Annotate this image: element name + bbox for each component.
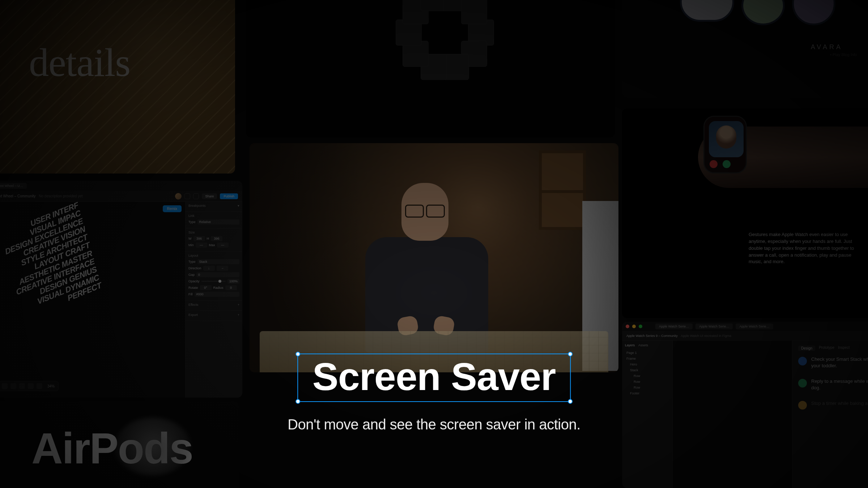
panel-rotate-label: Rotate (188, 286, 198, 290)
layer-item[interactable]: Footer (625, 390, 669, 396)
decline-call-icon (710, 160, 718, 168)
panel-direction-label: Direction (188, 266, 201, 270)
figma2-viewport[interactable] (673, 341, 792, 488)
panel-radius-value[interactable]: 0 (225, 285, 237, 290)
card-figma-right: Apple Watch Serie… Apple Watch Serie… Ap… (622, 322, 868, 488)
video-scene (250, 143, 618, 372)
sticker-blob-green-icon (741, 0, 785, 25)
figma-tab[interactable]: 3D Text Wheel – U… (0, 183, 27, 189)
panel-rotate-value[interactable]: 0° (200, 285, 212, 290)
selection-box[interactable]: Screen Saver (297, 354, 571, 402)
card-figma-left: 3D Text Wheel – U… 3D Text Wheel – Commu… (0, 181, 242, 398)
panel-head-breakpoints: Breakpoints (188, 204, 206, 207)
comment-icon[interactable] (184, 193, 190, 199)
panel-min-value[interactable]: — (196, 243, 207, 248)
traffic-min-icon[interactable] (632, 325, 636, 328)
figma2-title-text: Apple Watch Series 9 – Community (626, 334, 678, 338)
panel-head-size: Size (188, 231, 195, 234)
traffic-max-icon[interactable] (639, 325, 642, 328)
smart-stack-line: Reply to a message while walking the dog… (798, 378, 868, 391)
panel-radius-label: Radius (213, 286, 224, 290)
resize-handle-bl[interactable] (295, 399, 300, 404)
sticker-cloud-icon (680, 0, 734, 22)
panel-h-value[interactable]: 396 (211, 236, 222, 241)
headline-title[interactable]: Screen Saver (312, 357, 556, 396)
smart-stack-text: Check your Smart Stack while holding you… (811, 356, 868, 369)
remix-button[interactable]: Remix (163, 205, 182, 212)
tool-frame-icon[interactable] (2, 383, 8, 389)
layer-item[interactable]: Hero (625, 361, 669, 367)
figma2-topbar: Apple Watch Series 9 – Community Apple W… (622, 331, 868, 341)
presenter (351, 172, 503, 353)
panel-opacity-value[interactable]: 100% (227, 279, 239, 284)
tool-shape-icon[interactable] (10, 383, 16, 389)
card-video (250, 143, 618, 372)
share-button[interactable]: Share (202, 193, 217, 199)
panel-head-layout: Layout (188, 254, 198, 257)
figma-file-title-text: 3D Text Wheel – Community (0, 194, 36, 198)
right-tab-inspect[interactable]: Inspect (838, 346, 850, 351)
bullet-icon (798, 379, 807, 388)
publish-button[interactable]: Publish (220, 193, 238, 199)
browser-tab[interactable]: Apple Watch Serie… (695, 324, 733, 329)
panel-fill-value[interactable]: #000 (195, 292, 240, 297)
layers-panel: Layers Assets Page 1FrameHeroStackRowRow… (622, 341, 673, 488)
panel-type2-label: Type (188, 260, 196, 264)
opacity-slider[interactable] (201, 281, 226, 282)
layer-item[interactable]: Row (625, 385, 669, 390)
figma-tabbar: 3D Text Wheel – U… (0, 181, 242, 191)
panel-gap-value[interactable]: 0 (196, 272, 239, 277)
tool-pen-icon[interactable] (19, 383, 25, 389)
resize-handle-tl[interactable] (295, 352, 300, 356)
bookshelf-prop (539, 150, 586, 230)
panel-type2-value[interactable]: Stack (197, 259, 239, 264)
watch-copy: Gestures make Apple Watch even easier to… (749, 231, 855, 265)
browser-tab[interactable]: Apple Watch Serie… (655, 324, 693, 329)
smart-stack-panel: Design Prototype Inspect Check your Smar… (792, 341, 868, 488)
panel-type-value[interactable]: Relative (197, 219, 239, 224)
present-icon[interactable] (193, 193, 199, 199)
figma2-file-title: Apple Watch Series 9 – Community Apple W… (626, 334, 731, 338)
panel-max-label: Max (209, 243, 215, 247)
layer-item[interactable]: Row (625, 373, 669, 379)
resize-handle-br[interactable] (568, 399, 573, 404)
tool-hand-icon[interactable] (37, 383, 42, 389)
smart-stack-text: Stop a timer while baking a pie. (811, 400, 868, 407)
layers-tab-assets[interactable]: Assets (638, 343, 648, 347)
card-ring (246, 0, 615, 137)
panel-fill-label: Fill (188, 292, 193, 296)
details-label: details (29, 40, 130, 86)
figma-viewport[interactable]: Remix USER INTERFVISUAL IMPACDESIGN EXCE… (0, 202, 185, 398)
layers-tab-layers[interactable]: Layers (625, 343, 635, 347)
layer-item[interactable]: Page 1 (625, 350, 669, 356)
card-details: details (0, 0, 235, 174)
panel-type-label: Type (188, 220, 196, 224)
layer-item[interactable]: Frame (625, 356, 669, 361)
resize-handle-tr[interactable] (568, 352, 573, 356)
layer-item[interactable]: Row (625, 379, 669, 385)
smart-stack-line: Check your Smart Stack while holding you… (798, 356, 868, 369)
traffic-close-icon[interactable] (626, 325, 629, 328)
headline-container: Screen Saver Don't move and see the scre… (288, 354, 580, 433)
card-stickers: AVARA • Play Blog Info (622, 0, 868, 98)
smart-stack-line: Stop a timer while baking a pie. (798, 400, 868, 410)
panel-max-value[interactable]: — (217, 243, 229, 248)
card-airpods: AirPods (0, 401, 239, 488)
avatar-icon[interactable] (175, 193, 182, 200)
accept-call-icon (723, 160, 731, 168)
brand-label: AVARA (811, 43, 843, 51)
smart-stack-text: Reply to a message while walking the dog… (811, 378, 868, 391)
ring-graphic (398, 0, 492, 80)
panel-w-value[interactable]: 396 (193, 236, 205, 241)
zoom-level[interactable]: 34% (47, 384, 55, 388)
browser-tab[interactable]: Apple Watch Serie… (736, 324, 773, 329)
headline-subtitle: Don't move and see the screen saver in a… (288, 416, 580, 433)
figma-topbar-actions: Share Publish (175, 193, 238, 200)
airpods-wordmark: AirPods (31, 423, 193, 473)
watch-face (709, 121, 744, 157)
tool-text-icon[interactable] (28, 383, 34, 389)
layer-item[interactable]: Stack (625, 367, 669, 373)
watch-graphic (703, 116, 747, 174)
right-tab-design[interactable]: Design (798, 346, 815, 351)
right-tab-prototype[interactable]: Prototype (819, 346, 834, 351)
